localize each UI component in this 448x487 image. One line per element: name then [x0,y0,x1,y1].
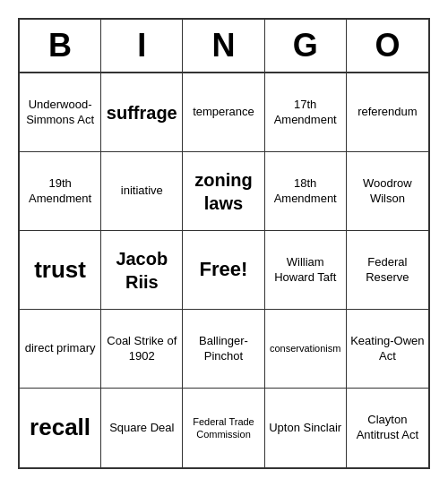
bingo-cell-13: William Howard Taft [265,231,347,310]
bingo-cell-20: recall [20,389,101,467]
bingo-cell-2: temperance [183,73,264,152]
bingo-cell-1: suffrage [101,73,183,152]
bingo-cell-9: Woodrow Wilson [347,152,428,231]
bingo-cell-24: Clayton Antitrust Act [347,389,428,467]
bingo-cell-18: conservationism [265,310,347,389]
bingo-cell-12: Free! [183,231,264,310]
bingo-grid: Underwood-Simmons Actsuffragetemperance1… [20,73,428,467]
bingo-cell-14: Federal Reserve [347,231,428,310]
bingo-cell-7: zoning laws [183,152,264,231]
bingo-cell-5: 19th Amendment [20,152,101,231]
bingo-cell-8: 18th Amendment [265,152,347,231]
header-letter-I: I [101,20,183,72]
bingo-cell-17: Ballinger-Pinchot [183,310,264,389]
bingo-cell-15: direct primary [20,310,101,389]
header-letter-O: O [347,20,428,72]
bingo-header: BINGO [20,20,428,73]
bingo-cell-11: Jacob Riis [101,231,183,310]
header-letter-N: N [183,20,264,72]
bingo-cell-6: initiative [101,152,183,231]
bingo-card: BINGO Underwood-Simmons Actsuffragetempe… [18,18,430,469]
header-letter-G: G [265,20,347,72]
bingo-cell-16: Coal Strike of 1902 [101,310,183,389]
bingo-cell-19: Keating-Owen Act [347,310,428,389]
bingo-cell-0: Underwood-Simmons Act [20,73,101,152]
bingo-cell-4: referendum [347,73,428,152]
bingo-cell-23: Upton Sinclair [265,389,347,467]
bingo-cell-21: Square Deal [101,389,183,467]
bingo-cell-10: trust [20,231,101,310]
header-letter-B: B [20,20,101,72]
bingo-cell-22: Federal Trade Commission [183,389,264,467]
bingo-cell-3: 17th Amendment [265,73,347,152]
